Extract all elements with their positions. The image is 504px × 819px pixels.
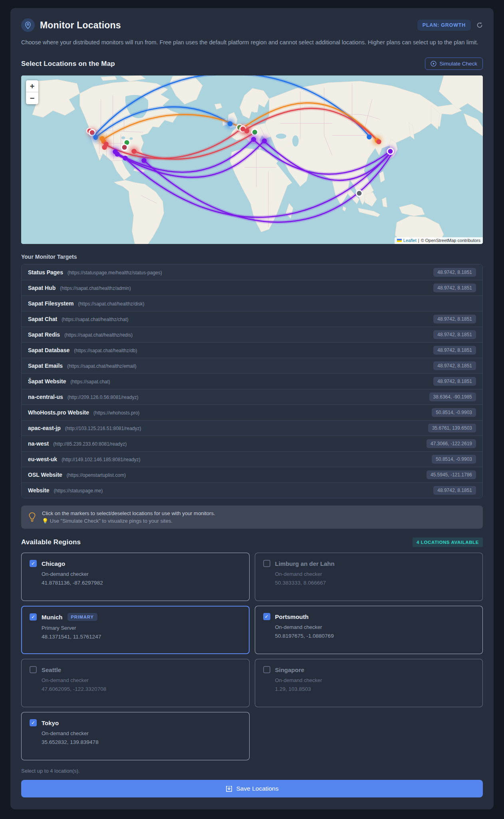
primary-badge: PRIMARY — [67, 613, 97, 621]
simulate-check-button[interactable]: Simulate Check — [425, 58, 483, 70]
region-card[interactable]: Seattle On-demand checker 47.6062095, -1… — [21, 659, 250, 707]
target-coordinates-badge: 50.8514, -0.9903 — [432, 408, 476, 417]
region-name: Seattle — [42, 666, 61, 673]
target-coordinates-badge: 48.9742, 8.1851 — [433, 486, 476, 495]
map-marker[interactable] — [131, 149, 136, 154]
region-type: On-demand checker — [42, 571, 241, 577]
region-name: Chicago — [42, 560, 65, 567]
map-marker[interactable] — [102, 145, 107, 150]
refresh-icon[interactable] — [476, 22, 483, 28]
target-coordinates-badge: 48.9742, 8.1851 — [433, 315, 476, 323]
target-coordinates-badge: 48.9742, 8.1851 — [433, 284, 476, 292]
map-marker[interactable] — [367, 135, 371, 139]
region-checkbox[interactable]: ✓ — [30, 613, 37, 621]
target-name: Sapat Redis — [28, 331, 60, 338]
target-row: Sapat Chat (https://sapat.chat/healthz/c… — [22, 311, 482, 327]
target-name: Sapat Filesystem — [28, 300, 73, 307]
plan-badge: PLAN: GROWTH — [417, 20, 471, 31]
target-url: (http://85.239.233.60:8081/readyz) — [53, 441, 127, 447]
target-name: na-west — [28, 440, 49, 447]
map-marker[interactable] — [356, 190, 362, 196]
region-type: On-demand checker — [275, 624, 475, 630]
target-url: (http://103.125.216.51:8081/readyz) — [65, 426, 141, 431]
target-url: (https://sapat.chat/healthz/chat) — [62, 317, 128, 322]
map-marker[interactable] — [376, 139, 381, 144]
ukraine-flag-icon — [397, 239, 402, 242]
tip-line-2: 💡 Use "Simulate Check" to visualize ping… — [42, 518, 215, 524]
world-map[interactable]: + − Leaflet | © OpenStreetMap contributo… — [21, 75, 483, 244]
target-url: (http://209.126.0.56:8081/readyz) — [67, 395, 138, 400]
selection-limit-note: Select up to 4 location(s). — [21, 768, 483, 774]
target-row: apac-east-jp (http://103.125.216.51:8081… — [22, 420, 482, 436]
target-url: (https://statuspage.me/healthz/status-pa… — [67, 270, 162, 276]
region-checkbox[interactable]: ✓ — [30, 719, 37, 726]
region-checkbox[interactable] — [263, 666, 270, 673]
target-row: Šapat Website (https://sapat.chat) 48.97… — [22, 373, 482, 389]
target-name: Website — [28, 487, 49, 494]
map-marker[interactable] — [262, 139, 267, 143]
target-coordinates-badge: 50.8514, -0.9903 — [432, 455, 476, 464]
tip-line-1: Click on the markers to select/deselect … — [42, 510, 215, 516]
target-url: (https://sapat.chat) — [70, 379, 110, 385]
target-name: Status Pages — [28, 269, 63, 276]
region-checkbox[interactable]: ✓ — [263, 613, 270, 620]
map-marker[interactable] — [387, 149, 393, 155]
region-coordinates: 50.8197675, -1.0880769 — [275, 633, 475, 639]
map-section-title: Select Locations on the Map — [21, 60, 115, 68]
target-row: Sapat Emails (https://sapat.chat/healthz… — [22, 358, 482, 373]
region-type: Primary Server — [42, 625, 241, 631]
region-card[interactable]: Limburg an der Lahn On-demand checker 50… — [255, 553, 483, 601]
target-url: (https://sapat.chat/healthz/db) — [74, 348, 137, 353]
target-url: (https://sapat.chat/healthz/disk) — [78, 301, 144, 307]
target-url: (https://whohosts.pro) — [93, 410, 139, 416]
target-coordinates-badge: 35.6761, 139.6503 — [428, 424, 476, 432]
locations-available-badge: 4 LOCATIONS AVAILABLE — [413, 537, 483, 547]
target-name: Sapat Hub — [28, 285, 56, 291]
map-marker[interactable] — [121, 145, 127, 151]
region-coordinates: 41.8781136, -87.6297982 — [42, 580, 241, 586]
target-row: OSL Website (https://openstartuplist.com… — [22, 467, 482, 482]
target-coordinates-badge: 48.9742, 8.1851 — [433, 346, 476, 355]
region-card[interactable]: ✓ Munich PRIMARY Primary Server 48.13715… — [21, 606, 250, 654]
map-marker[interactable] — [115, 152, 119, 157]
target-url: (https://sapat.chat/healthz/redis) — [64, 332, 133, 338]
target-coordinates-badge: 47.3066, -122.2619 — [427, 439, 476, 448]
region-name: Portsmouth — [275, 613, 309, 620]
zoom-out-button[interactable]: − — [26, 92, 38, 104]
leaflet-link[interactable]: Leaflet — [403, 238, 417, 243]
map-marker[interactable] — [141, 158, 146, 163]
map-marker[interactable] — [244, 129, 249, 133]
location-pin-icon — [21, 18, 35, 32]
region-card[interactable]: ✓ Tokyo On-demand checker 35.652832, 139… — [21, 712, 250, 760]
map-marker[interactable] — [252, 129, 258, 135]
regions-heading: Available Regions — [21, 538, 81, 546]
region-coordinates: 50.383333, 8.066667 — [275, 580, 475, 586]
target-url: (https://sapat.chat/healthz/admin) — [60, 286, 131, 291]
map-zoom-control: + − — [26, 80, 38, 104]
target-name: eu-west-uk — [28, 456, 57, 462]
region-name: Munich — [42, 614, 63, 621]
region-checkbox[interactable] — [263, 560, 270, 567]
target-coordinates-badge: 38.6364, -90.1985 — [429, 393, 476, 401]
map-marker[interactable] — [228, 121, 232, 126]
region-card[interactable]: ✓ Portsmouth On-demand checker 50.819767… — [255, 606, 483, 654]
targets-list: Status Pages (https://statuspage.me/heal… — [21, 264, 483, 498]
zoom-in-button[interactable]: + — [26, 80, 38, 92]
play-circle-icon — [431, 61, 437, 67]
region-card[interactable]: ✓ Chicago On-demand checker 41.8781136, … — [21, 553, 250, 601]
region-type: On-demand checker — [275, 571, 475, 577]
region-checkbox[interactable]: ✓ — [30, 560, 37, 567]
map-canvas — [21, 75, 483, 244]
header: Monitor Locations PLAN: GROWTH — [21, 18, 483, 32]
region-checkbox[interactable] — [30, 666, 37, 673]
map-marker[interactable] — [123, 156, 127, 161]
target-url: (https://statuspage.me) — [54, 488, 103, 494]
target-coordinates-badge: 48.9742, 8.1851 — [433, 268, 476, 277]
save-locations-button[interactable]: Save Locations — [21, 780, 483, 797]
region-coordinates: 1.29, 103.8503 — [275, 686, 475, 692]
region-type: On-demand checker — [42, 730, 241, 736]
target-row: Sapat Hub (https://sapat.chat/healthz/ad… — [22, 280, 482, 295]
target-name: apac-east-jp — [28, 425, 61, 431]
region-card[interactable]: Singapore On-demand checker 1.29, 103.85… — [255, 659, 483, 707]
map-marker[interactable] — [251, 137, 256, 142]
